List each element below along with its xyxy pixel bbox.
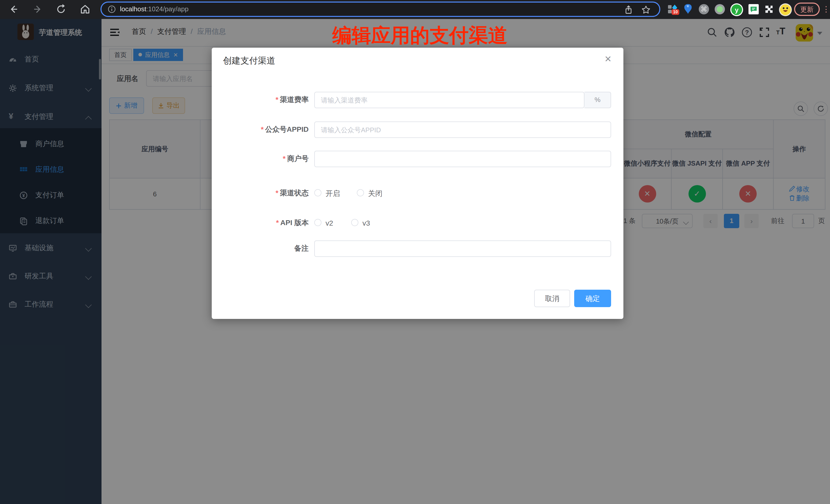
browser-update-button[interactable]: 更新 [794, 3, 820, 16]
radio-status-closed[interactable] [357, 189, 364, 196]
required-asterisk: * [276, 218, 279, 227]
share-icon[interactable] [624, 5, 634, 17]
required-asterisk: * [276, 189, 278, 197]
radio-status-open-label[interactable]: 开启 [325, 189, 340, 198]
merchant-id-input[interactable] [314, 151, 611, 167]
dialog-title: 创建支付渠道 [223, 55, 275, 67]
radio-api-v2-label[interactable]: v2 [325, 219, 333, 227]
radio-api-v2[interactable] [314, 219, 321, 226]
app-root: 芋道管理系统 首页 系统管理 ¥ 支付管理 [0, 19, 830, 504]
radio-api-v3[interactable] [351, 219, 358, 226]
svg-text:y: y [735, 6, 739, 14]
close-icon[interactable]: ✕ [603, 54, 613, 65]
radio-status-open[interactable] [314, 189, 321, 196]
extension-badge: 10 [672, 9, 679, 15]
cancel-button[interactable]: 取消 [534, 290, 570, 307]
forward-icon[interactable] [32, 4, 43, 15]
radio-api-v3-label[interactable]: v3 [362, 219, 370, 227]
channel-rate-input[interactable] [314, 92, 584, 108]
url-bar[interactable]: localhost:1024/pay/app [100, 2, 660, 17]
extension-cmd-icon[interactable]: ⌘ [698, 3, 710, 15]
extension-green-dot-icon[interactable] [714, 3, 726, 15]
required-asterisk: * [283, 154, 286, 162]
official-appid-input[interactable] [314, 122, 611, 138]
extension-balloon-icon[interactable] [682, 3, 694, 15]
percent-append: % [584, 92, 611, 108]
extension-y-icon[interactable]: y [730, 3, 742, 15]
bookmark-star-icon[interactable] [641, 5, 651, 17]
radio-status-closed-label[interactable]: 关闭 [368, 189, 382, 198]
back-icon[interactable] [8, 4, 20, 15]
field-remark: 备注 [212, 241, 624, 257]
field-merchant-id: *商户号 [212, 151, 624, 167]
reload-icon[interactable] [55, 4, 67, 15]
create-channel-dialog: 创建支付渠道 ✕ *渠道费率 % *公众号APPID *商户号 *渠道状态 开启 [212, 48, 624, 319]
home-icon[interactable] [79, 4, 91, 15]
site-info-icon[interactable] [108, 5, 116, 15]
annotation-text: 编辑应用的支付渠道 [332, 23, 508, 49]
screen: localhost:1024/pay/app 10 ⌘ y 更新 ⋮ [0, 0, 830, 504]
required-asterisk: * [276, 95, 278, 103]
remark-input[interactable] [314, 241, 611, 257]
required-asterisk: * [261, 125, 264, 133]
field-official-appid: *公众号APPID [212, 122, 624, 138]
field-api-version: *API 版本 v2 v3 [212, 215, 624, 231]
browser-profile-avatar[interactable] [779, 3, 791, 15]
svg-text:⌘: ⌘ [701, 5, 707, 13]
extensions-puzzle-icon[interactable] [763, 3, 776, 15]
extension-tag-manager-icon[interactable]: 10 [667, 3, 679, 15]
confirm-button[interactable]: 确定 [574, 290, 611, 307]
browser-toolbar: localhost:1024/pay/app 10 ⌘ y 更新 ⋮ [0, 0, 830, 19]
extension-chat-icon[interactable] [747, 3, 760, 15]
field-channel-rate: *渠道费率 % [212, 92, 624, 108]
browser-menu-icon[interactable]: ⋮ [822, 3, 830, 16]
field-channel-status: *渠道状态 开启 关闭 [212, 185, 624, 201]
url-text[interactable]: localhost:1024/pay/app [120, 5, 188, 13]
